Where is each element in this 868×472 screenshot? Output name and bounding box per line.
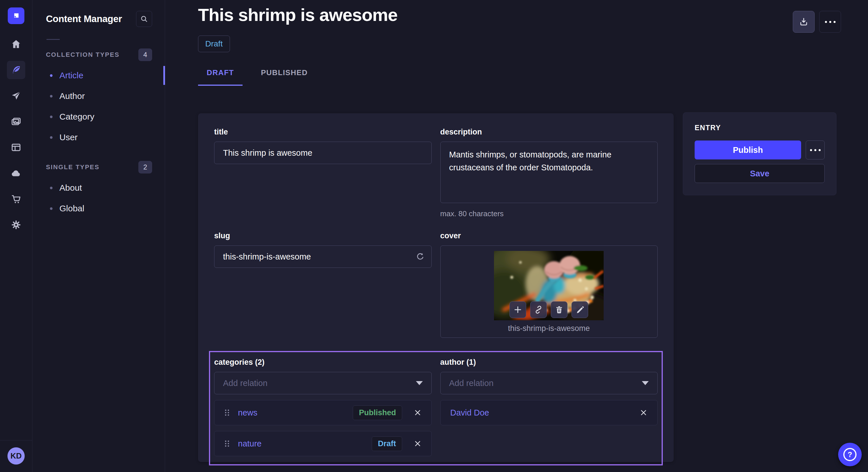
chevron-down-icon — [416, 381, 423, 385]
drag-handle-icon[interactable] — [222, 440, 232, 447]
entry-panel-title: ENTRY — [694, 124, 825, 132]
nav-content-manager[interactable] — [7, 61, 25, 79]
sidebar-item-label: About — [59, 183, 82, 193]
regenerate-slug-button[interactable] — [413, 249, 428, 264]
strapi-logo-icon — [11, 11, 21, 21]
search-icon — [140, 14, 148, 23]
status-badge: Draft — [198, 36, 230, 52]
drag-handle-icon[interactable] — [222, 409, 232, 416]
relation-link-nature[interactable]: nature — [238, 439, 261, 448]
remove-relation-news-button[interactable] — [411, 406, 424, 419]
gear-icon — [11, 220, 22, 230]
plus-icon — [513, 305, 522, 314]
tab-draft[interactable]: DRAFT — [198, 68, 243, 86]
nav-media-library[interactable] — [7, 112, 25, 131]
bullet-icon — [50, 74, 53, 77]
remove-relation-nature-button[interactable] — [411, 437, 424, 450]
field-cover: cover — [440, 231, 658, 338]
description-label: description — [440, 128, 658, 136]
sidebar-item-category[interactable]: Category — [46, 106, 152, 127]
cover-asset-card: this-shrimp-is-awesome — [440, 245, 658, 338]
description-hint: max. 80 characters — [440, 209, 658, 218]
nav-releases[interactable] — [7, 87, 25, 105]
close-icon — [413, 439, 422, 448]
cover-add-button[interactable] — [509, 301, 526, 318]
categories-relation-combobox[interactable]: Add relation — [214, 372, 432, 394]
help-button[interactable]: ? — [838, 443, 862, 466]
link-icon — [534, 305, 543, 314]
search-button[interactable] — [136, 11, 152, 27]
close-icon — [413, 408, 422, 417]
relation-status-badge: Draft — [372, 436, 402, 451]
nav-home[interactable] — [7, 35, 25, 53]
user-avatar[interactable]: KD — [7, 447, 25, 465]
page-title: This shrimp is awesome — [198, 5, 398, 25]
cover-edit-button[interactable] — [571, 301, 588, 318]
relation-row-nature: nature Draft — [214, 431, 432, 456]
cover-copy-link-button[interactable] — [530, 301, 547, 318]
sidebar-item-author[interactable]: Author — [46, 86, 152, 106]
version-tabs: DRAFT PUBLISHED — [198, 68, 316, 86]
download-icon — [799, 17, 809, 27]
nav-deployments[interactable] — [7, 164, 25, 182]
paper-plane-icon — [11, 90, 22, 101]
sidebar-item-user[interactable]: User — [46, 127, 152, 148]
sidebar-item-global[interactable]: Global — [46, 198, 152, 219]
strapi-logo[interactable] — [8, 7, 24, 24]
field-description: description Mantis shrimps, or stomatopo… — [440, 128, 658, 218]
trash-icon — [555, 305, 564, 314]
layout-icon — [11, 142, 22, 153]
section-label-collection-types: COLLECTION TYPES — [46, 51, 119, 59]
publish-button[interactable]: Publish — [694, 140, 801, 160]
sidebar-item-label: Author — [59, 91, 85, 101]
sidebar-item-article[interactable]: Article — [46, 65, 152, 86]
images-icon — [11, 116, 22, 127]
bullet-icon — [50, 95, 53, 98]
remove-relation-david-doe-button[interactable] — [637, 406, 650, 419]
categories-label: categories (2) — [214, 358, 432, 367]
header-actions — [793, 11, 841, 33]
rail-footer: KD — [0, 440, 32, 472]
relation-link-david-doe[interactable]: David Doe — [451, 408, 489, 417]
pencil-icon — [575, 305, 584, 314]
description-textarea[interactable]: Mantis shrimps, or stomatopods, are mari… — [440, 142, 658, 203]
main-content: This shrimp is awesome Draft DRAFT PUBLI… — [165, 0, 868, 472]
relation-status-badge: Published — [353, 405, 402, 420]
ellipsis-icon — [810, 149, 820, 151]
question-mark-icon: ? — [843, 448, 857, 461]
nav-settings[interactable] — [7, 216, 25, 234]
active-indicator — [163, 66, 165, 85]
content-manager-sidebar: Content Manager COLLECTION TYPES 4 Artic… — [33, 0, 165, 472]
relation-row-news: news Published — [214, 400, 432, 425]
slug-input[interactable] — [214, 245, 432, 268]
author-relation-combobox[interactable]: Add relation — [440, 372, 658, 394]
author-label: author (1) — [440, 358, 658, 367]
export-button[interactable] — [793, 11, 815, 33]
refresh-icon — [415, 252, 425, 262]
nav-content-type-builder[interactable] — [7, 138, 25, 157]
title-label: title — [214, 128, 432, 136]
strapi-app: KD Content Manager COLLECTION TYPES 4 Ar… — [0, 0, 868, 472]
nav-marketplace[interactable] — [7, 190, 25, 208]
bullet-icon — [50, 187, 53, 189]
cover-delete-button[interactable] — [551, 301, 567, 318]
sidebar-item-label: User — [59, 133, 78, 142]
relation-link-news[interactable]: news — [238, 408, 257, 417]
single-types-count: 2 — [138, 161, 152, 173]
header-more-button[interactable] — [819, 11, 841, 33]
collection-types-count: 4 — [138, 48, 152, 61]
relations-highlight-group: categories (2) Add relation — [209, 351, 663, 465]
section-label-single-types: SINGLE TYPES — [46, 164, 100, 171]
field-author: author (1) Add relation David Doe — [440, 358, 658, 425]
title-input[interactable] — [214, 142, 432, 164]
sidebar-item-label: Category — [59, 112, 94, 122]
tab-published[interactable]: PUBLISHED — [252, 68, 316, 86]
ellipsis-icon — [825, 21, 836, 23]
bullet-icon — [50, 207, 53, 210]
entry-more-button[interactable] — [806, 140, 825, 160]
cover-actions — [509, 301, 588, 318]
icon-rail: KD — [0, 0, 32, 472]
save-button[interactable]: Save — [694, 164, 825, 183]
sidebar-item-about[interactable]: About — [46, 177, 152, 198]
cloud-icon — [11, 168, 22, 179]
